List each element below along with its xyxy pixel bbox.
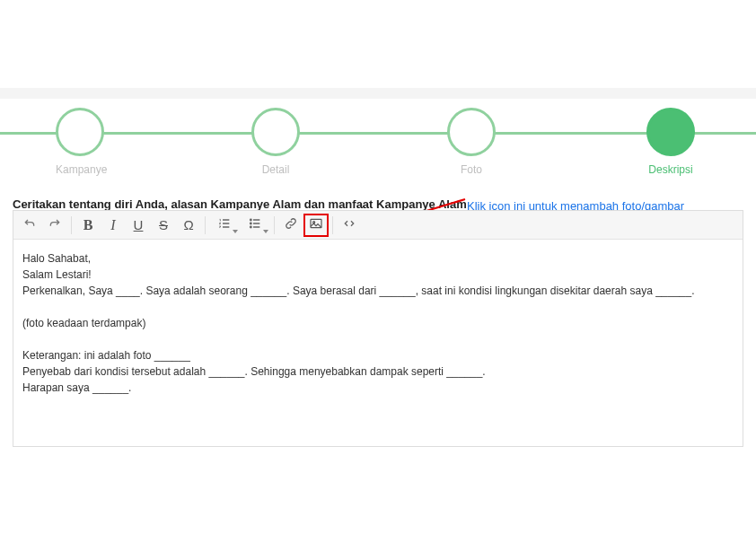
bullet-list-button[interactable] (240, 214, 270, 237)
rich-text-editor: B I U S Ω (13, 210, 743, 447)
section-heading: Ceritakan tentang diri Anda, alasan Kamp… (13, 197, 467, 211)
step-circle (251, 108, 300, 156)
strike-icon: S (159, 217, 168, 232)
step-label: Kampanye (56, 163, 104, 176)
underline-icon: U (134, 217, 144, 232)
bold-icon: B (84, 217, 93, 233)
editor-content-area[interactable]: Halo Sahabat, Salam Lestari! Perkenalkan… (13, 240, 743, 446)
toolbar-separator (332, 216, 333, 234)
chevron-down-icon (263, 230, 268, 233)
toolbar-separator (274, 216, 275, 234)
step-foto[interactable]: Foto (447, 108, 496, 176)
toolbar-separator (71, 216, 72, 234)
step-label: Detail (251, 163, 300, 176)
image-icon (309, 216, 323, 233)
step-detail[interactable]: Detail (251, 108, 300, 176)
step-deskripsi[interactable]: Deskripsi (646, 108, 695, 176)
step-label: Foto (447, 163, 496, 176)
code-icon (342, 216, 356, 233)
source-button[interactable] (337, 214, 362, 237)
chevron-down-icon (233, 230, 238, 233)
numbered-list-button[interactable] (209, 214, 240, 237)
step-line (0, 132, 756, 135)
bold-button[interactable]: B (75, 214, 101, 237)
stepper: Kampanye Detail Foto Deskripsi (0, 108, 756, 179)
svg-point-4 (251, 223, 252, 224)
editor-toolbar: B I U S Ω (13, 211, 743, 240)
italic-button[interactable]: I (101, 214, 126, 237)
redo-button[interactable] (42, 214, 67, 237)
omega-icon: Ω (183, 217, 193, 232)
step-circle (447, 108, 496, 156)
link-button[interactable] (278, 214, 303, 237)
underline-button[interactable]: U (126, 214, 151, 237)
redo-icon (48, 216, 62, 233)
svg-point-7 (313, 222, 315, 223)
step-kampanye[interactable]: Kampanye (56, 108, 104, 176)
insert-image-button[interactable] (303, 214, 329, 237)
strike-button[interactable]: S (151, 214, 176, 237)
special-char-button[interactable]: Ω (176, 214, 201, 237)
step-label: Deskripsi (646, 163, 695, 176)
step-circle (646, 108, 695, 156)
unordered-list-icon (248, 216, 262, 233)
svg-point-5 (251, 226, 252, 228)
link-icon (284, 216, 298, 233)
top-band (0, 88, 756, 99)
step-circle (56, 108, 104, 156)
svg-point-3 (251, 219, 252, 221)
ordered-list-icon (217, 216, 232, 233)
undo-icon (22, 216, 37, 233)
undo-button[interactable] (17, 214, 42, 237)
toolbar-separator (205, 216, 206, 234)
italic-icon: I (110, 217, 115, 233)
